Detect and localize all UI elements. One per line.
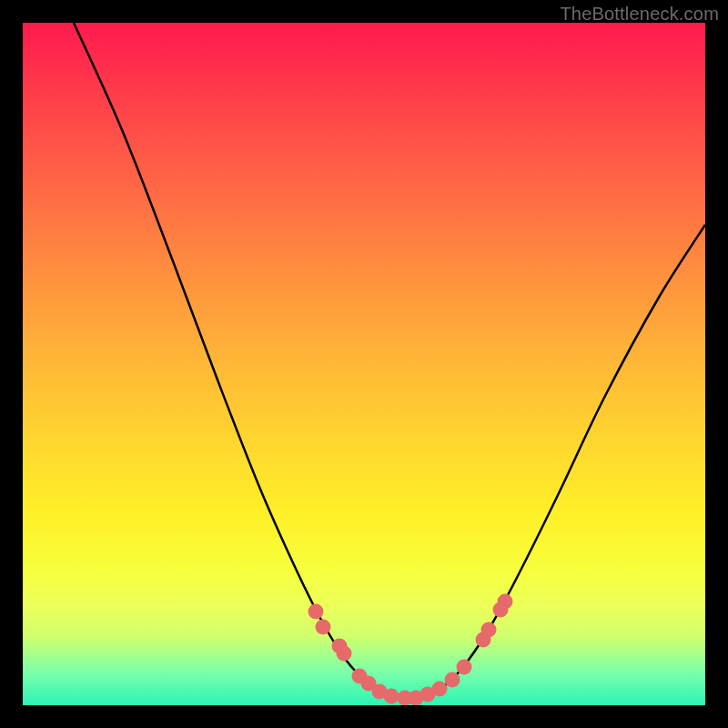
data-dot xyxy=(481,622,497,638)
data-dot xyxy=(316,620,331,635)
plot-svg xyxy=(23,23,705,705)
data-dot xyxy=(445,672,460,688)
chart-frame: TheBottleneck.com xyxy=(0,0,728,728)
data-dot xyxy=(432,682,448,697)
data-dot xyxy=(457,660,472,675)
data-dot xyxy=(498,594,513,610)
data-dot xyxy=(337,646,352,662)
data-dot xyxy=(384,689,399,704)
data-dot xyxy=(308,604,324,620)
watermark-text: TheBottleneck.com xyxy=(560,4,719,25)
bottleneck-curve xyxy=(74,23,705,699)
data-dots xyxy=(308,594,513,706)
plot-area xyxy=(23,23,705,705)
